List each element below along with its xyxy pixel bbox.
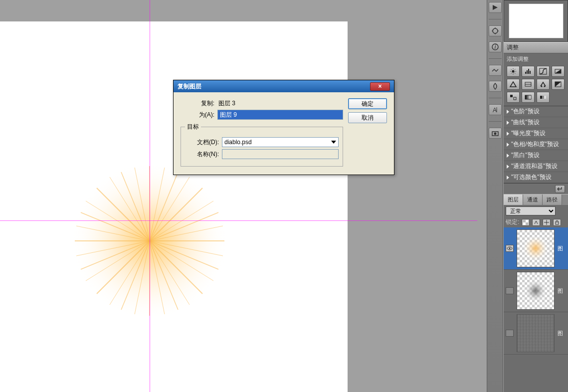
- swatches-icon[interactable]: [489, 81, 502, 92]
- svg-point-18: [493, 28, 498, 33]
- svg-rect-56: [542, 96, 544, 99]
- copy-value: 图层 3: [217, 99, 235, 108]
- svg-rect-60: [526, 222, 528, 225]
- add-adjustment-label: 添加调整: [506, 54, 566, 64]
- chevron-right-icon: [507, 176, 509, 180]
- svg-rect-54: [525, 95, 531, 99]
- huesat-icon[interactable]: [522, 79, 535, 90]
- copy-label: 复制:: [181, 99, 214, 108]
- lock-transparency-icon[interactable]: [522, 219, 530, 226]
- info-icon[interactable]: i: [489, 41, 502, 52]
- target-legend: 目标: [185, 123, 201, 131]
- return-icon[interactable]: [555, 185, 565, 193]
- guide-horizontal: [0, 220, 477, 221]
- chevron-right-icon: [507, 154, 509, 158]
- lock-pixels-icon[interactable]: [532, 219, 540, 226]
- lock-label: 锁定:: [506, 218, 519, 226]
- layer-row[interactable]: 图: [504, 270, 568, 312]
- bw-icon[interactable]: [552, 79, 565, 90]
- collapsed-panels-bar: i A: [487, 0, 503, 392]
- tab-layers[interactable]: 图层: [504, 195, 523, 205]
- preset-item[interactable]: "曝光度"预设: [504, 128, 568, 139]
- navigator-panel[interactable]: [504, 0, 568, 42]
- layer-row[interactable]: 图: [504, 312, 568, 355]
- svg-rect-52: [510, 95, 513, 97]
- layers-list: 图 图 图: [504, 227, 568, 392]
- visibility-toggle[interactable]: [506, 330, 514, 337]
- layer-thumb: [517, 314, 555, 352]
- name-label: 名称(N):: [185, 150, 219, 159]
- ok-button[interactable]: 确定: [348, 98, 387, 109]
- preset-item[interactable]: "曲线"预设: [504, 117, 568, 128]
- navigator-thumb[interactable]: [509, 3, 564, 38]
- svg-rect-57: [544, 96, 546, 99]
- dialog-titlebar[interactable]: 复制图层 ×: [174, 80, 394, 92]
- svg-text:i: i: [494, 43, 496, 50]
- svg-rect-63: [556, 222, 559, 224]
- layer-thumb: [517, 229, 555, 267]
- layer-label: 图: [558, 245, 566, 252]
- actions-icon[interactable]: [489, 2, 502, 13]
- right-panels: 调整 添加调整 "色阶"预设 "曲线"预设 "曝光度"预设 "色相/饱和度"预设…: [504, 0, 568, 392]
- curves-icon[interactable]: [537, 66, 550, 77]
- character-icon[interactable]: A: [489, 104, 502, 115]
- svg-point-29: [512, 70, 514, 72]
- cancel-button[interactable]: 取消: [348, 112, 387, 123]
- lock-position-icon[interactable]: [543, 219, 551, 226]
- vibrance-icon[interactable]: [507, 79, 520, 90]
- colorbal-icon[interactable]: [537, 79, 550, 90]
- gradmap-icon[interactable]: [537, 92, 550, 103]
- layers-tabs: 图层 通道 路径: [504, 194, 568, 205]
- preset-item[interactable]: "可选颜色"预设: [504, 172, 568, 183]
- document-select[interactable]: diablo.psd: [222, 137, 339, 147]
- svg-line-36: [511, 73, 512, 73]
- target-fieldset: 目标 文档(D): diablo.psd 名称(N):: [181, 123, 343, 167]
- preset-item[interactable]: "色相/饱和度"预设: [504, 139, 568, 150]
- layer-label: 图: [558, 330, 566, 337]
- chevron-right-icon: [507, 132, 509, 136]
- layer-label: 图: [558, 287, 566, 295]
- blend-mode-select[interactable]: 正常: [506, 206, 556, 215]
- svg-point-49: [544, 86, 546, 87]
- tab-paths[interactable]: 路径: [543, 195, 562, 205]
- lock-all-icon[interactable]: [553, 219, 561, 226]
- doc-label: 文档(D):: [185, 138, 219, 147]
- layer-row[interactable]: 图: [504, 227, 568, 270]
- as-label: 为(A):: [181, 111, 214, 119]
- document-canvas[interactable]: [0, 21, 348, 392]
- adjust-panel-header[interactable]: 调整: [504, 42, 568, 53]
- exposure-icon[interactable]: [552, 66, 565, 77]
- close-icon: ×: [378, 83, 381, 90]
- preset-item[interactable]: "通道混和器"预设: [504, 161, 568, 172]
- as-input[interactable]: [217, 110, 343, 120]
- brightness-icon[interactable]: [507, 66, 520, 77]
- svg-rect-40: [528, 69, 529, 74]
- svg-point-67: [524, 279, 548, 303]
- visibility-toggle[interactable]: [506, 245, 514, 252]
- svg-marker-44: [555, 69, 561, 73]
- preset-item[interactable]: "色阶"预设: [504, 106, 568, 117]
- levels-icon[interactable]: [522, 66, 535, 77]
- chevron-right-icon: [507, 121, 509, 125]
- svg-rect-55: [540, 96, 542, 99]
- layer-thumb: [517, 272, 555, 310]
- visibility-toggle[interactable]: [506, 287, 514, 294]
- svg-line-34: [511, 69, 512, 70]
- brush-icon[interactable]: [489, 25, 502, 36]
- canvas-area[interactable]: [0, 0, 477, 392]
- chevron-right-icon: [507, 165, 509, 169]
- close-button[interactable]: ×: [370, 82, 390, 91]
- camera-icon[interactable]: [489, 128, 502, 139]
- adjustment-presets: "色阶"预设 "曲线"预设 "曝光度"预设 "色相/饱和度"预设 "黑白"预设 …: [504, 106, 568, 183]
- duplicate-layer-dialog: 复制图层 × 复制: 图层 3 为(A): 目标 文档(D): diablo.p…: [173, 80, 394, 175]
- gradient-icon[interactable]: [522, 92, 535, 103]
- selective-icon[interactable]: [507, 92, 520, 103]
- preset-item[interactable]: "黑白"预设: [504, 150, 568, 161]
- svg-line-35: [515, 73, 515, 73]
- svg-rect-38: [525, 72, 526, 74]
- styles-icon[interactable]: [489, 65, 502, 76]
- guide-vertical: [150, 0, 150, 392]
- svg-line-37: [515, 69, 515, 70]
- svg-rect-41: [530, 71, 531, 74]
- tab-channels[interactable]: 通道: [523, 195, 543, 205]
